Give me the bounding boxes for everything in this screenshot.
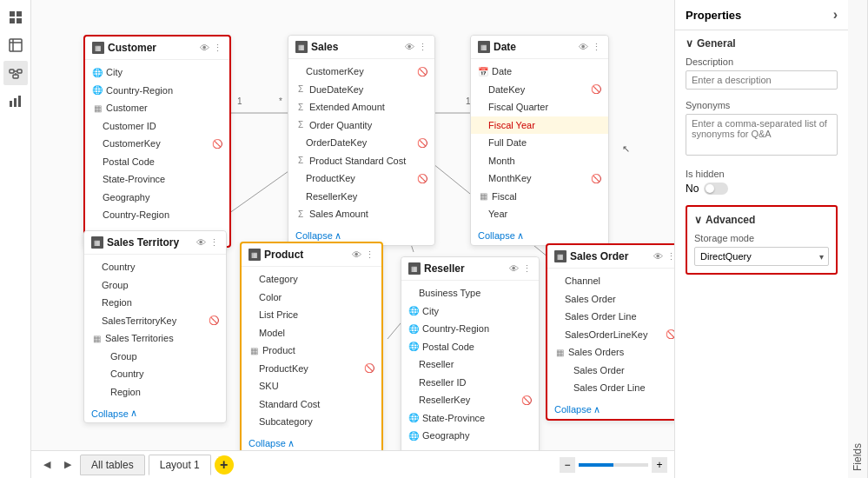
date-field-fiscal: ▦Fiscal (471, 188, 608, 206)
product-eye-icon[interactable]: 👁 (352, 249, 361, 260)
reseller-field-resellerkey: ResellerKey🚫 (401, 391, 539, 409)
general-section-header: ∨ General (686, 37, 838, 50)
reseller-field-reseller: Reseller (401, 355, 539, 374)
territory-more-icon[interactable]: ⋮ (209, 237, 219, 249)
territory-field-group2: Group (84, 348, 226, 366)
is-hidden-label: Is hidden (686, 169, 838, 179)
product-collapse[interactable]: Collapse ∧ (242, 435, 381, 451)
customer-icon: ▦ (92, 42, 104, 54)
scroll-right-btn[interactable]: ▶ (59, 456, 76, 474)
layout1-tab[interactable]: Layout 1 (149, 455, 211, 475)
reseller-collapse[interactable]: Collapse ∧ (401, 448, 539, 451)
svg-rect-10 (13, 75, 18, 78)
product-field-color: Color (242, 289, 381, 307)
sidebar-icon-report[interactable] (3, 89, 28, 113)
svg-rect-0 (10, 11, 15, 17)
advanced-section: ∨ Advanced Storage mode DirectQuery Impo… (686, 205, 838, 275)
date-field-datekey: DateKey🚫 (471, 81, 608, 99)
customer-field-geo: Geography (85, 189, 229, 207)
so-field-key: SalesOrderLineKey🚫 (547, 326, 674, 344)
is-hidden-toggle[interactable]: No (686, 183, 838, 195)
product-field-sku: SKU (242, 377, 381, 395)
properties-title: Properties (686, 9, 741, 22)
date-actions[interactable]: 👁 ⋮ (579, 42, 601, 53)
svg-rect-2 (10, 18, 15, 23)
reseller-field-country: 🌐Country-Region (401, 320, 539, 338)
advanced-section-header: ∨ Advanced (694, 214, 829, 226)
territory-actions[interactable]: 👁 ⋮ (196, 237, 219, 249)
reseller-field-resellerid: Reseller ID (401, 374, 539, 392)
table-sales-territory: ▦ Sales Territory 👁 ⋮ Country Group Regi… (83, 230, 227, 423)
reseller-field-city: 🌐City (401, 302, 539, 321)
properties-panel: Properties › ∨ General Description Synon… (674, 0, 848, 478)
product-tbl-icon: ▦ (248, 345, 259, 355)
canvas[interactable]: 1 * * 1 * 1 1 1 * 1 (31, 0, 674, 450)
territory-body: Country Group Region SalesTerritoryKey🚫 … (84, 255, 226, 404)
synonyms-input[interactable] (686, 114, 838, 156)
reseller-field-postal: 🌐Postal Code (401, 338, 539, 356)
salesorder-header: ▦ Sales Order 👁 ⋮ (547, 245, 674, 269)
reseller-field-state: 🌐State-Province (401, 409, 539, 428)
sales-actions[interactable]: 👁 ⋮ (405, 42, 427, 53)
date-eye-icon[interactable]: 👁 (579, 42, 588, 52)
synonyms-label: Synonyms (686, 100, 838, 110)
svg-rect-4 (10, 39, 22, 51)
date-field-fiscal-year: Fiscal Year (471, 116, 608, 135)
salesorder-actions[interactable]: 👁 ⋮ (653, 251, 674, 262)
sigma-icon3: Σ (295, 120, 306, 130)
territory-eye-icon[interactable]: 👁 (196, 237, 206, 248)
zoom-in-btn[interactable]: + (652, 457, 667, 473)
date-collapse[interactable]: Collapse ∧ (471, 227, 608, 245)
reseller-more-icon[interactable]: ⋮ (522, 263, 532, 275)
salesorder-more-icon[interactable]: ⋮ (666, 251, 674, 262)
customer-more-icon[interactable]: ⋮ (213, 43, 222, 54)
properties-close-icon[interactable]: › (833, 7, 838, 23)
sidebar-icon-home[interactable] (3, 5, 28, 30)
product-more-icon[interactable]: ⋮ (365, 249, 374, 261)
customer-actions[interactable]: 👁 ⋮ (200, 43, 222, 54)
salesorder-collapse[interactable]: Collapse ∧ (547, 401, 674, 419)
sales-field-duedatekey: ΣDueDateKey (288, 81, 434, 99)
reseller-eye-icon[interactable]: 👁 (509, 263, 519, 274)
territory-title: Sales Territory (107, 236, 193, 249)
reseller-actions[interactable]: 👁 ⋮ (509, 263, 532, 275)
sales-eye-icon[interactable]: 👁 (405, 42, 414, 52)
sales-field-extended: ΣExtended Amount (288, 98, 434, 116)
svg-rect-3 (17, 18, 22, 23)
product-body: Category Color List Price Model ▦Product… (242, 267, 381, 435)
sales-field-orderdatekey: OrderDateKey🚫 (288, 134, 434, 152)
salesorder-title: Sales Order (570, 250, 650, 262)
product-actions[interactable]: 👁 ⋮ (352, 249, 374, 261)
salesorder-eye-icon[interactable]: 👁 (653, 251, 663, 262)
table-reseller: ▦ Reseller 👁 ⋮ Business Type 🌐City 🌐Coun… (401, 256, 540, 450)
scroll-left-btn[interactable]: ◀ (38, 456, 56, 474)
description-input[interactable] (686, 70, 838, 90)
reseller-icon: ▦ (408, 262, 421, 275)
svg-text:1: 1 (237, 96, 242, 106)
svg-rect-12 (10, 101, 12, 107)
customer-body: 🌐City 🌐Country-Region ▦Customer Customer… (85, 60, 229, 228)
calendar-icon: 📅 (478, 66, 488, 76)
svg-rect-14 (18, 96, 21, 107)
customer-eye-icon[interactable]: 👁 (200, 43, 209, 53)
globe-res-icon: 🌐 (408, 306, 419, 316)
sales-field-prodstd: ΣProduct Standard Cost (288, 152, 434, 170)
fields-tab[interactable]: Fields (848, 0, 868, 478)
salesorder-icon: ▦ (554, 250, 567, 262)
zoom-out-btn[interactable]: − (560, 457, 575, 473)
date-more-icon[interactable]: ⋮ (592, 42, 601, 53)
chevron-down-general: ∨ (686, 37, 693, 50)
sidebar-icon-table[interactable] (3, 33, 28, 57)
toggle-track[interactable] (704, 183, 728, 195)
territory-collapse[interactable]: Collapse ∧ (84, 404, 226, 422)
add-tab-button[interactable]: + (215, 455, 234, 475)
zoom-slider[interactable] (579, 463, 648, 467)
eye-off-badge: 🚫 (212, 137, 222, 150)
territory-field-country2: Country (84, 365, 226, 383)
all-tables-tab[interactable]: All tables (80, 455, 145, 475)
sidebar-icon-model[interactable] (3, 61, 28, 85)
storage-mode-select[interactable]: DirectQuery Import Dual (694, 247, 829, 266)
sales-more-icon[interactable]: ⋮ (418, 42, 427, 53)
zoom-controls: − + (560, 457, 667, 473)
product-field-product: ▦Product (242, 342, 381, 360)
